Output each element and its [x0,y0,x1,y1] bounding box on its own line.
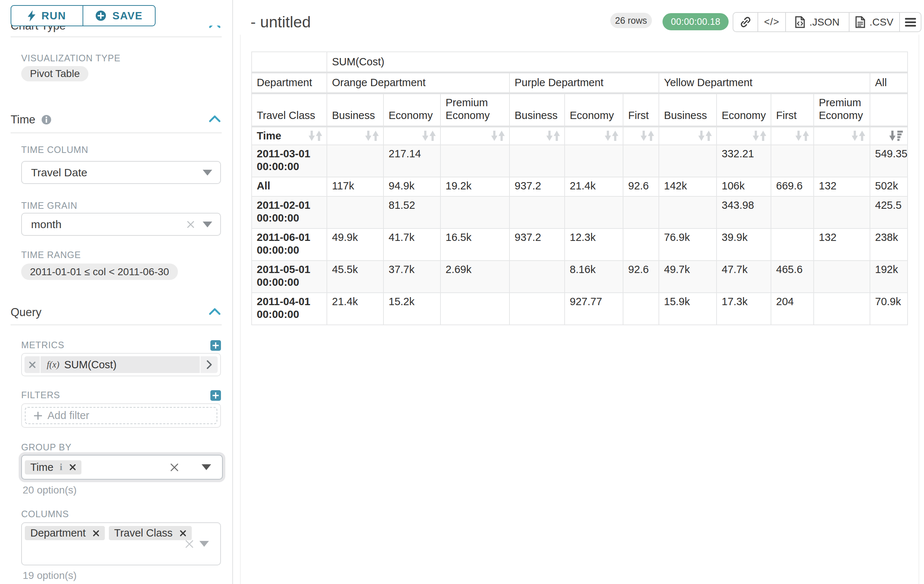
expand-metric-button[interactable] [201,356,218,373]
travel-class-header-row: Travel ClassBusinessEconomyPremium Econo… [252,93,908,126]
row-count-value: 26 rows [615,15,647,26]
value-cell: 8.16k [564,261,623,293]
pivot-table: SUM(Cost)DepartmentOrange DepartmentPurp… [251,51,908,325]
time-section-title: Time [11,113,35,126]
filters-box: Add filter [21,403,221,428]
chevron-up-icon[interactable] [209,308,221,315]
value-cell: 70.9k [870,293,908,325]
save-button-label: SAVE [112,10,143,22]
sort-icon[interactable] [753,131,766,141]
clear-icon[interactable] [170,463,179,472]
add-filter-plus-button[interactable] [210,390,221,401]
chevron-up-icon[interactable] [209,115,221,122]
sort-cell[interactable] [771,126,814,145]
value-cell: 465.6 [771,261,814,293]
sort-icon[interactable] [365,131,379,141]
save-button[interactable]: SAVE [83,6,155,26]
time-sort-cell[interactable]: Time [252,126,327,145]
sort-cell[interactable] [327,126,383,145]
group-by-tags: Timei [25,460,81,474]
sort-cell[interactable] [659,126,716,145]
viz-type-pill[interactable]: Pivot Table [21,66,88,81]
sort-cell[interactable] [441,126,510,145]
sort-icon[interactable] [491,131,505,141]
travel-class-cell: First [771,93,814,126]
info-icon[interactable] [41,115,51,125]
value-cell: 425.5 [870,196,908,229]
chevron-down-icon [203,222,212,227]
time-range-value: 2011-01-01 ≤ col < 2011-06-30 [30,266,169,278]
sort-cell[interactable] [623,126,659,145]
sort-cell[interactable] [510,126,564,145]
file-icon [855,16,865,28]
embed-code-button[interactable]: </> [757,13,785,31]
sort-desc-icon[interactable] [889,131,903,141]
sort-icon[interactable] [422,131,436,141]
menu-button[interactable] [899,13,921,31]
value-cell [327,196,383,229]
metric-pill[interactable]: f(x) SUM(Cost) [25,356,218,373]
sort-icon[interactable] [640,131,654,141]
chart-title[interactable]: - untitled [251,13,311,31]
sort-icon[interactable] [795,131,809,141]
export-json-button[interactable]: .JSON [785,13,849,31]
section-query: Query [11,306,41,319]
value-cell [441,293,510,325]
code-icon: </> [764,16,779,28]
time-range-pill[interactable]: 2011-01-01 ≤ col < 2011-06-30 [21,263,178,280]
value-cell: 21.4k [564,177,623,196]
columns-tag[interactable]: Department [25,526,105,540]
sort-icon[interactable] [698,131,712,141]
add-metric-button[interactable] [210,340,221,351]
sort-cell-active[interactable] [870,126,908,145]
columns-tag-label: Travel Class [114,527,173,539]
time-column-value: Travel Date [31,166,87,179]
group-by-select[interactable]: Timei [21,455,223,480]
sort-cell[interactable] [814,126,870,145]
value-cell: 332.21 [716,145,771,177]
sort-icon[interactable] [852,131,865,141]
travel-class-label-cell: Travel Class [252,93,327,126]
row-key-cell: 2011-05-01 00:00:00 [252,261,327,293]
sort-cell[interactable] [383,126,441,145]
plus-icon [213,342,219,349]
sort-icon[interactable] [546,131,560,141]
export-csv-button[interactable]: .CSV [849,13,899,31]
value-cell: 41.7k [383,229,441,261]
remove-metric-button[interactable] [25,356,40,373]
value-cell: 927.77 [564,293,623,325]
time-grain-select[interactable]: month [21,213,221,236]
sort-cell[interactable] [716,126,771,145]
row-count-badge: 26 rows [610,13,652,28]
time-column-select[interactable]: Travel Date [21,161,221,184]
remove-tag-icon[interactable] [180,530,186,536]
sort-icon[interactable] [309,131,322,141]
remove-tag-icon[interactable] [93,530,99,536]
clear-icon[interactable] [185,540,194,549]
clear-icon[interactable] [186,220,195,229]
time-grain-label: TIME GRAIN [21,201,78,211]
sort-icon[interactable] [605,131,618,141]
row-key-cell: 2011-06-01 00:00:00 [252,229,327,261]
value-cell [771,229,814,261]
divider [11,36,222,37]
value-cell: 192k [870,261,908,293]
columns-tag[interactable]: Travel Class [109,526,192,540]
value-cell [623,229,659,261]
remove-tag-icon[interactable] [69,464,76,470]
sort-header-row: Time [252,126,908,145]
group-by-label: GROUP BY [21,442,72,452]
plus-icon [213,392,219,398]
filters-label: FILTERS [21,390,60,400]
run-button[interactable]: RUN [12,6,83,26]
columns-select[interactable]: DepartmentTravel Class [21,522,221,565]
time-grain-value: month [31,218,61,231]
add-filter-button[interactable]: Add filter [25,407,217,424]
share-link-button[interactable] [733,13,757,31]
chevron-down-icon [203,170,212,176]
file-code-icon [795,16,805,28]
group-by-tag[interactable]: Timei [25,460,81,474]
sort-cell[interactable] [564,126,623,145]
panel-border-left [240,35,241,584]
value-cell [771,196,814,229]
